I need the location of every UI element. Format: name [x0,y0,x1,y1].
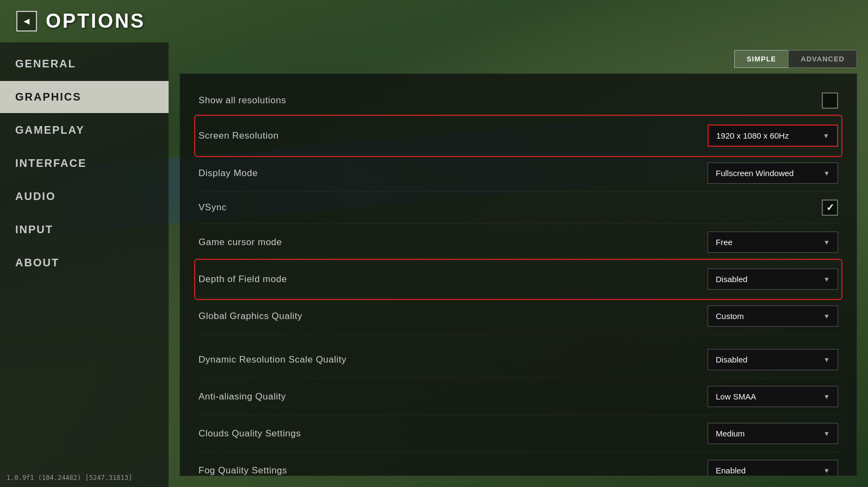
dropdown-clouds-quality-settings[interactable]: Medium ▼ [708,423,838,444]
row-global-graphics-quality: Global Graphics Quality Custom ▼ [196,298,840,335]
sidebar-item-about[interactable]: ABOUT [0,247,169,279]
chevron-down-icon: ▼ [823,393,830,401]
chevron-down-icon: ▼ [823,170,830,177]
control-display-mode: Fullscreen Windowed ▼ [708,163,838,184]
chevron-down-icon: ▼ [823,356,830,364]
dropdown-global-graphics-quality-value: Custom [716,311,744,321]
sidebar-item-audio[interactable]: AUDIO [0,180,169,213]
checkbox-show-all-resolutions[interactable] [822,92,838,109]
label-depth-of-field-mode: Depth of Field mode [199,274,708,285]
label-vsync: VSync [199,202,708,213]
label-game-cursor-mode: Game cursor mode [199,237,708,248]
label-fog-quality-settings: Fog Quality Settings [199,465,708,476]
control-global-graphics-quality: Custom ▼ [708,305,838,327]
chevron-down-icon: ▼ [823,132,829,140]
label-clouds-quality-settings: Clouds Quality Settings [199,428,708,439]
sidebar-item-input[interactable]: INPUT [0,214,169,246]
row-game-cursor-mode: Game cursor mode Free ▼ [196,224,840,261]
header: ◄ OPTIONS [0,0,868,42]
label-display-mode: Display Mode [199,168,708,179]
row-depth-of-field-mode: Depth of Field mode Disabled ▼ [196,261,840,298]
dropdown-fog-quality-settings-value: Enabled [716,466,746,475]
back-icon: ◄ [22,16,32,27]
control-anti-aliasing-quality: Low SMAA ▼ [708,386,838,407]
spacer [196,335,840,341]
back-button[interactable]: ◄ [16,11,37,32]
control-clouds-quality-settings: Medium ▼ [708,423,838,444]
chevron-down-icon: ▼ [823,430,830,438]
dropdown-anti-aliasing-quality[interactable]: Low SMAA ▼ [708,386,838,407]
tab-simple[interactable]: SIMPLE [734,50,788,68]
dropdown-fog-quality-settings[interactable]: Enabled ▼ [708,460,838,476]
row-anti-aliasing-quality: Anti-aliasing Quality Low SMAA ▼ [196,378,840,415]
main-layout: GENERAL GRAPHICS GAMEPLAY INTERFACE AUDI… [0,42,868,487]
label-anti-aliasing-quality: Anti-aliasing Quality [199,391,708,402]
dropdown-depth-of-field-mode[interactable]: Disabled ▼ [708,269,838,290]
sidebar: GENERAL GRAPHICS GAMEPLAY INTERFACE AUDI… [0,42,169,487]
version-label: 1.0.9f1 (104.24482) [5247.31813] [7,474,132,482]
control-vsync [708,199,838,216]
control-depth-of-field-mode: Disabled ▼ [708,269,838,290]
row-vsync: VSync [196,192,840,224]
chevron-down-icon: ▼ [823,467,830,474]
dropdown-dynamic-resolution-scale-quality[interactable]: Disabled ▼ [708,349,838,370]
row-display-mode: Display Mode Fullscreen Windowed ▼ [196,155,840,192]
dropdown-display-mode-value: Fullscreen Windowed [716,168,793,178]
sidebar-item-interface[interactable]: INTERFACE [0,147,169,179]
dropdown-screen-resolution[interactable]: 1920 x 1080 x 60Hz ▼ [708,124,838,147]
control-dynamic-resolution-scale-quality: Disabled ▼ [708,349,838,370]
row-screen-resolution: Screen Resolution 1920 x 1080 x 60Hz ▼ [196,117,840,155]
dropdown-screen-resolution-value: 1920 x 1080 x 60Hz [716,131,789,140]
control-show-all-resolutions [708,92,838,109]
label-show-all-resolutions: Show all resolutions [199,95,708,106]
control-fog-quality-settings: Enabled ▼ [708,460,838,476]
sidebar-item-graphics[interactable]: GRAPHICS [0,81,169,113]
dropdown-global-graphics-quality[interactable]: Custom ▼ [708,305,838,327]
sidebar-item-general[interactable]: GENERAL [0,48,169,80]
chevron-down-icon: ▼ [823,313,830,320]
settings-panel: Show all resolutions Screen Resolution 1… [179,73,857,476]
dropdown-anti-aliasing-quality-value: Low SMAA [716,392,756,401]
tab-advanced[interactable]: ADVANCED [788,50,857,68]
dropdown-depth-of-field-mode-value: Disabled [716,274,747,284]
label-dynamic-resolution-scale-quality: Dynamic Resolution Scale Quality [199,354,708,365]
dropdown-game-cursor-mode[interactable]: Free ▼ [708,232,838,253]
chevron-down-icon: ▼ [823,276,830,283]
checkbox-vsync[interactable] [822,199,838,216]
row-fog-quality-settings: Fog Quality Settings Enabled ▼ [196,452,840,476]
row-clouds-quality-settings: Clouds Quality Settings Medium ▼ [196,415,840,452]
dropdown-clouds-quality-settings-value: Medium [716,429,745,438]
dropdown-display-mode[interactable]: Fullscreen Windowed ▼ [708,163,838,184]
chevron-down-icon: ▼ [823,239,830,246]
dropdown-dynamic-resolution-scale-quality-value: Disabled [716,355,747,364]
content-area: SIMPLE ADVANCED Show all resolutions Scr… [169,42,868,487]
page-title: OPTIONS [46,10,145,33]
label-screen-resolution: Screen Resolution [199,130,708,141]
tab-bar: SIMPLE ADVANCED [169,42,868,68]
sidebar-item-gameplay[interactable]: GAMEPLAY [0,114,169,146]
label-global-graphics-quality: Global Graphics Quality [199,311,708,322]
row-dynamic-resolution-scale-quality: Dynamic Resolution Scale Quality Disable… [196,341,840,378]
dropdown-game-cursor-mode-value: Free [716,238,733,247]
row-show-all-resolutions: Show all resolutions [196,85,840,117]
control-screen-resolution: 1920 x 1080 x 60Hz ▼ [708,124,838,147]
control-game-cursor-mode: Free ▼ [708,232,838,253]
